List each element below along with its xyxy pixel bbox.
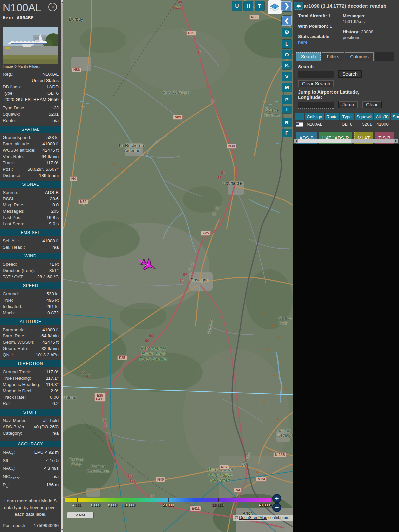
with-position: With Position: 1: [298, 23, 343, 29]
poi-icon: [119, 167, 122, 170]
place-label-canton-redange: CantonRedange: [277, 428, 293, 438]
squawk-cell: 5201: [355, 121, 373, 127]
section-header: SIGNAL: [0, 181, 61, 188]
data-row: Baro. altitude: 41000 ft: [0, 141, 61, 147]
info-row-route: Route: n/a: [0, 117, 61, 124]
column-header[interactable]: Alt. (ft): [374, 113, 390, 120]
data-row: Indicated: 261 kt: [0, 303, 61, 310]
altitude-tick-label: 10 000: [124, 503, 135, 507]
map-button-h[interactable]: H: [244, 1, 253, 11]
poi-icon: [263, 401, 265, 403]
data-row: Vert. Rate: -64 ft/min: [0, 153, 61, 160]
tab-search[interactable]: Search: [296, 52, 321, 61]
poi-icon: [206, 84, 209, 86]
tab-columns[interactable]: Columns: [345, 52, 373, 61]
exit-label: 51: [221, 171, 225, 175]
scroll-down-icon[interactable]: ▼: [61, 529, 63, 531]
column-header[interactable]: Spd.: [391, 113, 399, 120]
scrollbar-thumb[interactable]: [298, 139, 351, 143]
road-sign-e25: E25: [201, 231, 211, 236]
zoom-out-button[interactable]: −: [272, 503, 281, 512]
data-row: True: 496 kt: [0, 297, 61, 303]
info-row-reg: Reg.: N100AL: [0, 71, 61, 77]
exit-label: 56: [145, 339, 149, 343]
column-header[interactable]: Type: [340, 113, 354, 120]
section-header: SPEED: [0, 282, 61, 289]
data-row: Mach: 0.872: [0, 310, 61, 316]
alt-cell: 41000: [374, 121, 390, 127]
column-header[interactable]: Callsign: [305, 113, 324, 120]
map-button-t[interactable]: T: [255, 1, 264, 11]
place-label-laroche: La Roche-en-Ardenne: [119, 143, 145, 153]
clear-search-button[interactable]: Clear Search: [298, 80, 334, 87]
poi-icon: [278, 336, 280, 338]
map-canvas[interactable]: Durbuy Bois d'Odeigne Bois dela Ronce La…: [63, 0, 293, 532]
app-title-link[interactable]: ar1090: [304, 3, 320, 9]
close-icon[interactable]: ×: [48, 3, 57, 11]
scroll-right-icon[interactable]: ▶: [394, 139, 398, 143]
map-button-f[interactable]: F: [282, 129, 292, 137]
osm-link[interactable]: OpenStreetMap: [239, 515, 267, 520]
decoder-link[interactable]: readsb: [370, 3, 386, 9]
data-row: Messages: 205: [0, 208, 61, 214]
stats-here-link[interactable]: here: [298, 40, 308, 45]
registration-link[interactable]: N100AL: [42, 71, 59, 77]
sidebar-collapse-icon[interactable]: ❮: [282, 16, 292, 26]
map-button-u[interactable]: U: [232, 1, 242, 11]
poi-icon: [271, 324, 274, 327]
exit-label: 50: [211, 99, 215, 103]
dbflags-link[interactable]: LADD: [47, 84, 59, 90]
place-label-bois-odeigne: Bois d'Odeigne: [163, 90, 190, 95]
map-button-i[interactable]: I: [282, 106, 292, 113]
map-button-m[interactable]: M: [282, 83, 292, 92]
section-altitude: ALTITUDE Barometric: 41000 ft Baro. Rate…: [0, 318, 61, 358]
jump-input[interactable]: [298, 102, 334, 109]
column-header[interactable]: Route: [325, 113, 339, 120]
map-button-v[interactable]: V: [282, 72, 292, 81]
map-button-k[interactable]: K: [282, 61, 292, 69]
data-row: Last Seen: 9.0 s: [0, 221, 61, 227]
jump-clear-button[interactable]: Clear: [362, 101, 382, 108]
altitude-tick-label: 4 000: [72, 503, 82, 507]
map-button-p[interactable]: P: [282, 95, 292, 104]
sidebar-expand-icon[interactable]: ❯: [282, 1, 292, 11]
jump-button[interactable]: Jump: [338, 101, 358, 108]
scroll-left-icon[interactable]: ◀: [294, 139, 298, 143]
search-button[interactable]: Search: [338, 70, 362, 78]
tab-filters[interactable]: Filters: [322, 52, 344, 61]
scroll-up-icon[interactable]: ▲: [61, 1, 63, 3]
data-row: Speed: 71 kt: [0, 261, 61, 267]
table-horizontal-scrollbar[interactable]: ◀ ▶: [294, 139, 398, 143]
table-row[interactable]: N100AL GLF6 5201 41000: [295, 121, 399, 127]
aircraft-photo[interactable]: [3, 27, 58, 64]
column-header[interactable]: [295, 113, 304, 120]
zoom-in-button[interactable]: +: [272, 494, 281, 503]
country-value: United States: [32, 77, 59, 84]
sidebar-scrollbar[interactable]: ▲ ▼: [61, 0, 63, 532]
data-row: Sel. Alt.: 41008 ft: [0, 238, 61, 244]
map-button-r[interactable]: R: [282, 118, 292, 127]
column-header[interactable]: Squawk: [355, 113, 373, 120]
exit-label: 28a: [128, 473, 134, 477]
search-input[interactable]: [298, 71, 334, 78]
section-wind: WIND Speed: 71 kt Direction (from): 351°…: [0, 253, 61, 280]
section-header: STUFF: [0, 409, 61, 416]
mode-s-hint: Learn more about Mode S data type by hov…: [1, 498, 60, 518]
spd-cell: [391, 121, 399, 127]
data-row: Last Pos.: 16.8 s: [0, 214, 61, 221]
altitude-legend-bar[interactable]: [65, 498, 271, 502]
exit-label: 56: [149, 334, 153, 338]
route-cell: [325, 121, 339, 127]
gear-icon[interactable]: ⚙: [282, 28, 292, 37]
scrollbar-thumb[interactable]: [61, 3, 63, 100]
data-row: Geom. WGS84: 42475 ft: [0, 339, 61, 345]
callsign-link[interactable]: N100AL: [307, 122, 322, 127]
map-button-o[interactable]: O: [282, 50, 292, 59]
panel-toggle-icon[interactable]: ◀▶: [294, 2, 303, 10]
altitude-tick-label: 40 000+: [259, 503, 272, 507]
place-label-chateau: hâteau: [63, 395, 76, 400]
layers-button[interactable]: [268, 0, 282, 14]
data-row: Magnetic Decl.: 2.9°: [0, 388, 61, 394]
map-button-l[interactable]: L: [282, 40, 292, 48]
search-form: Search: Search Clear Search Jump to Airp…: [298, 64, 399, 109]
